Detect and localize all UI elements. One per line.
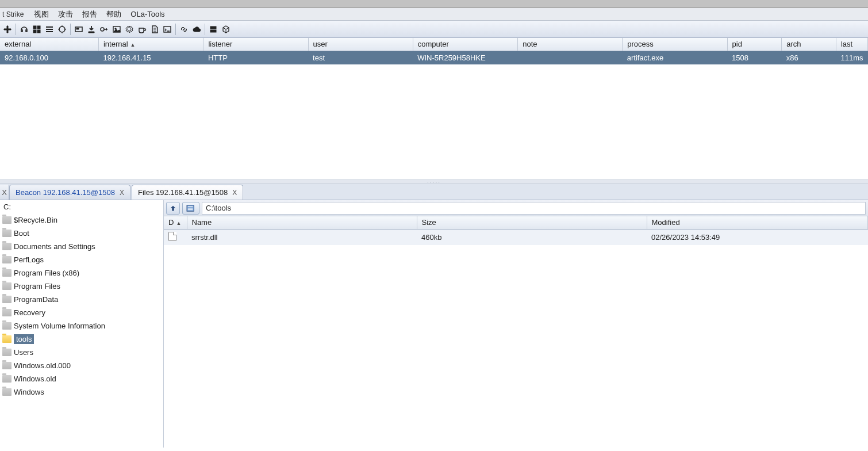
headset-icon[interactable] bbox=[18, 23, 30, 36]
terminal-icon[interactable] bbox=[161, 23, 174, 36]
folder-icon bbox=[2, 349, 11, 356]
col-user[interactable]: user bbox=[308, 38, 413, 51]
folder-icon bbox=[2, 322, 11, 330]
menu-attack[interactable]: 攻击 bbox=[55, 8, 76, 21]
cloud-icon[interactable] bbox=[190, 23, 203, 36]
cell-last: 111ms bbox=[836, 51, 867, 64]
tree-node[interactable]: Windows.old.000 bbox=[0, 359, 163, 372]
card-icon[interactable] bbox=[72, 23, 85, 36]
tree-node[interactable]: Users bbox=[0, 346, 163, 359]
toolbar-separator bbox=[70, 24, 71, 35]
svg-rect-0 bbox=[33, 26, 36, 29]
tree-node[interactable]: Recovery bbox=[0, 306, 163, 319]
tree-node-label: Documents and Settings bbox=[14, 242, 95, 251]
link-icon[interactable] bbox=[178, 23, 190, 36]
svg-point-7 bbox=[101, 28, 104, 31]
lines-icon[interactable] bbox=[43, 23, 56, 36]
col-external[interactable]: external bbox=[0, 38, 98, 51]
cube-icon[interactable] bbox=[220, 23, 232, 36]
gear-icon[interactable] bbox=[123, 23, 136, 36]
folder-icon bbox=[2, 269, 11, 277]
tree-node[interactable]: Boot bbox=[0, 227, 163, 240]
key-icon[interactable] bbox=[98, 23, 110, 36]
plus-icon[interactable] bbox=[1, 23, 14, 36]
download-icon[interactable] bbox=[85, 23, 98, 36]
tree-node[interactable]: $Recycle.Bin bbox=[0, 213, 163, 227]
col-computer[interactable]: computer bbox=[413, 38, 517, 51]
tree-node-label: ProgramData bbox=[14, 295, 58, 304]
tab-label: Beacon 192.168.41.15@1508 bbox=[16, 188, 115, 197]
target-icon[interactable] bbox=[56, 23, 68, 36]
cell-arch: x86 bbox=[782, 51, 836, 64]
menu-ola-tools[interactable]: OLa-Tools bbox=[127, 9, 168, 20]
folder-icon bbox=[2, 296, 11, 303]
tree-node[interactable]: Program Files (x86) bbox=[0, 266, 163, 280]
server-icon[interactable] bbox=[207, 23, 220, 36]
col-process[interactable]: process bbox=[623, 38, 727, 51]
coffee-icon[interactable] bbox=[136, 23, 148, 36]
col-size[interactable]: Size bbox=[417, 216, 647, 229]
folder-icon bbox=[2, 335, 11, 343]
cell-process: artifact.exe bbox=[623, 51, 727, 64]
tree-node[interactable]: PerfLogs bbox=[0, 253, 163, 266]
beacon-row[interactable]: 92.168.0.100 192.168.41.15 HTTP test WIN… bbox=[0, 51, 868, 64]
directory-tree[interactable]: C: $Recycle.BinBootDocuments and Setting… bbox=[0, 200, 164, 448]
cell-internal: 192.168.41.15 bbox=[98, 51, 203, 64]
col-listener[interactable]: listener bbox=[203, 38, 308, 51]
file-header-row: D▲ Name Size Modified bbox=[164, 216, 868, 229]
tree-node[interactable]: Documents and Settings bbox=[0, 240, 163, 253]
col-arch[interactable]: arch bbox=[782, 38, 836, 51]
folder-icon bbox=[2, 282, 11, 290]
col-note[interactable]: note bbox=[518, 38, 623, 51]
tree-node-label: $Recycle.Bin bbox=[14, 216, 57, 224]
nav-up-button[interactable] bbox=[166, 202, 180, 215]
col-d[interactable]: D▲ bbox=[164, 216, 187, 229]
grid-icon[interactable] bbox=[30, 23, 43, 36]
menu-bar: t Strike 视图 攻击 报告 帮助 OLa-Tools bbox=[0, 8, 868, 21]
cell-user: test bbox=[308, 51, 413, 64]
title-bar bbox=[0, 0, 868, 8]
path-input[interactable] bbox=[202, 202, 866, 215]
cell-external: 92.168.0.100 bbox=[0, 51, 98, 64]
file-row[interactable]: srrstr.dll 460kb 02/26/2023 14:53:49 bbox=[164, 229, 868, 245]
tree-node[interactable]: Windows bbox=[0, 385, 163, 399]
tree-node[interactable]: Program Files bbox=[0, 280, 163, 293]
pane-splitter[interactable]: ∙∙∙∙∙ bbox=[0, 179, 868, 184]
image-icon[interactable] bbox=[110, 23, 123, 36]
col-last[interactable]: last bbox=[836, 38, 867, 51]
svg-rect-1 bbox=[37, 26, 40, 29]
folder-icon bbox=[2, 375, 11, 383]
toolbar-separator bbox=[16, 24, 16, 35]
folder-icon bbox=[2, 243, 11, 250]
tree-node[interactable]: ProgramData bbox=[0, 293, 163, 306]
close-icon[interactable]: X bbox=[232, 189, 237, 197]
menu-help[interactable]: 帮助 bbox=[103, 8, 125, 21]
file-table[interactable]: D▲ Name Size Modified srrstr.dll 460kb 0… bbox=[164, 216, 868, 245]
svg-rect-12 bbox=[210, 30, 216, 32]
tab-files[interactable]: Files 192.168.41.15@1508 X bbox=[132, 185, 243, 200]
col-name[interactable]: Name bbox=[187, 216, 417, 229]
tree-root[interactable]: C: bbox=[0, 200, 163, 213]
tab-overflow-left[interactable]: X bbox=[0, 185, 9, 200]
tree-node[interactable]: System Volume Information bbox=[0, 319, 163, 332]
col-modified[interactable]: Modified bbox=[647, 216, 868, 229]
tab-beacon[interactable]: Beacon 192.168.41.15@1508 X bbox=[9, 185, 130, 200]
beacon-table[interactable]: external internal▲ listener user compute… bbox=[0, 38, 868, 64]
cell-pid: 1508 bbox=[727, 51, 782, 64]
col-pid[interactable]: pid bbox=[727, 38, 782, 51]
nav-list-button[interactable] bbox=[182, 202, 199, 215]
tree-node[interactable]: Windows.old bbox=[0, 372, 163, 385]
menu-report[interactable]: 报告 bbox=[79, 8, 101, 21]
toolbar-separator bbox=[205, 24, 205, 35]
tree-node[interactable]: tools bbox=[0, 332, 163, 346]
tree-node-label: Boot bbox=[14, 229, 29, 238]
tree-node-label: PerfLogs bbox=[14, 255, 44, 264]
page-icon[interactable] bbox=[148, 23, 161, 36]
svg-rect-6 bbox=[76, 28, 79, 29]
col-internal[interactable]: internal▲ bbox=[98, 38, 203, 51]
toolbar-separator bbox=[175, 24, 176, 35]
tree-node-label: Program Files (x86) bbox=[14, 269, 79, 277]
close-icon[interactable]: X bbox=[120, 189, 124, 197]
beacon-header-row: external internal▲ listener user compute… bbox=[0, 38, 868, 51]
menu-view[interactable]: 视图 bbox=[30, 8, 52, 21]
